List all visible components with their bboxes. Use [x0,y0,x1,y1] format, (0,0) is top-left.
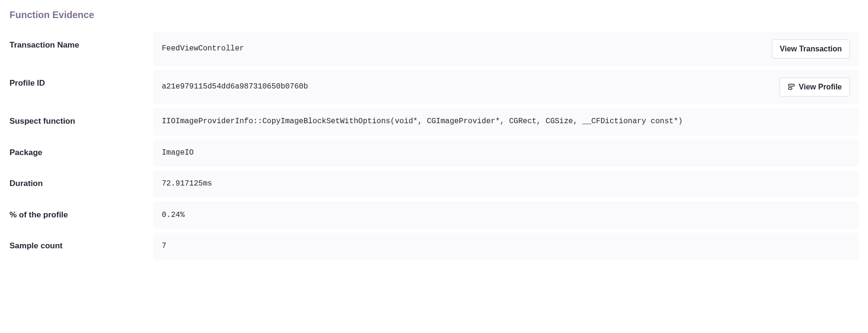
svg-rect-1 [789,88,792,89]
row-transaction-name: Transaction Name FeedViewController View… [10,32,858,66]
profile-icon [788,83,795,91]
row-sample-count: Sample count 7 [10,233,858,260]
value-duration: 72.917125ms [162,178,212,190]
label-suspect-function: Suspect function [10,108,153,126]
label-profile-id: Profile ID [10,70,153,88]
value-container-percent-profile: 0.24% [153,202,858,229]
row-package: Package ImageIO [10,139,858,167]
value-container-package: ImageIO [153,139,858,167]
row-duration: Duration 72.917125ms [10,170,858,198]
svg-rect-0 [789,84,794,86]
label-duration: Duration [10,170,153,188]
view-profile-button[interactable]: View Profile [779,78,850,97]
value-container-suspect-function: IIOImageProviderInfo::CopyImageBlockSetW… [153,108,858,136]
label-sample-count: Sample count [10,233,153,251]
label-percent-profile: % of the profile [10,202,153,220]
value-transaction-name: FeedViewController [162,43,244,55]
value-container-transaction-name: FeedViewController View Transaction [153,32,858,66]
section-title: Function Evidence [10,10,858,20]
value-container-duration: 72.917125ms [153,170,858,198]
row-percent-profile: % of the profile 0.24% [10,202,858,229]
value-profile-id: a21e979115d54dd6a987310650b0760b [162,81,308,93]
view-profile-button-label: View Profile [799,83,842,91]
label-package: Package [10,139,153,157]
value-suspect-function: IIOImageProviderInfo::CopyImageBlockSetW… [162,116,683,128]
row-suspect-function: Suspect function IIOImageProviderInfo::C… [10,108,858,136]
value-container-profile-id: a21e979115d54dd6a987310650b0760b View Pr… [153,70,858,104]
value-container-sample-count: 7 [153,233,858,260]
label-transaction-name: Transaction Name [10,32,153,50]
view-transaction-button-label: View Transaction [780,45,842,53]
value-sample-count: 7 [162,240,167,253]
value-percent-profile: 0.24% [162,209,185,222]
view-transaction-button[interactable]: View Transaction [772,39,850,59]
row-profile-id: Profile ID a21e979115d54dd6a987310650b07… [10,70,858,104]
value-package: ImageIO [162,147,194,159]
